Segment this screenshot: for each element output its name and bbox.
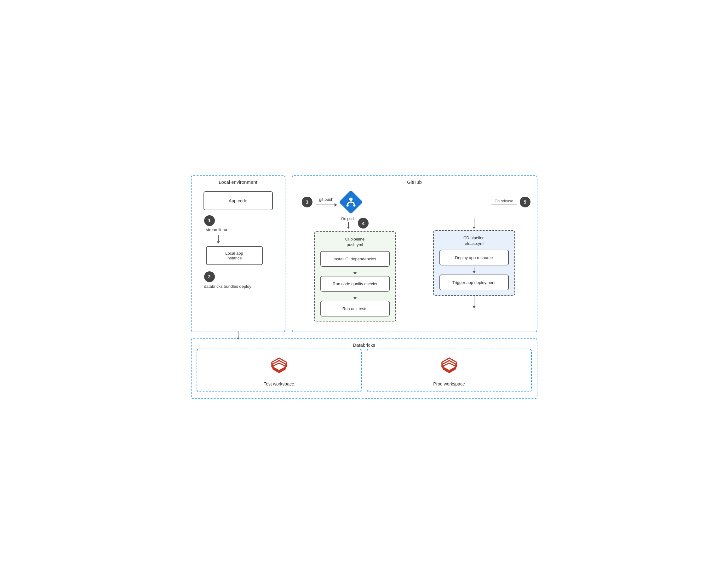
git-push-label: git push: [319, 197, 333, 202]
diagram-container: Local environment App code 1 streamlit r…: [191, 175, 537, 399]
bundles-deploy-label: databricks bundles deploy: [204, 284, 252, 289]
prod-workspace-section: Prod workspace: [367, 348, 532, 392]
databricks-label: Databricks: [353, 342, 375, 348]
badge-5: 5: [520, 197, 531, 207]
prod-workspace-label: Prod workspace: [433, 381, 465, 386]
local-env-section: Local environment App code 1 streamlit r…: [191, 175, 285, 332]
badge-4: 4: [358, 218, 369, 229]
trigger-app-deployment-box: Trigger app deployment: [440, 275, 509, 290]
run-code-quality-box: Run code quality checks: [320, 276, 390, 292]
test-workspace-label: Test workspace: [264, 381, 294, 386]
app-code-box: App code: [203, 191, 273, 210]
github-section: GitHub 3 git push: [292, 175, 537, 332]
run-unit-tests-box: Run unit tests: [320, 301, 390, 317]
deploy-app-resource-box: Deploy app resource: [440, 250, 509, 265]
svg-point-2: [346, 204, 349, 206]
cd-pipeline-box: CD pipeline release.yml Deploy app resou…: [433, 230, 515, 296]
local-app-box: Local appinstance: [206, 246, 263, 265]
svg-point-3: [353, 204, 355, 206]
badge-3: 3: [302, 197, 313, 207]
badge-2: 2: [204, 272, 215, 282]
install-ci-deps-box: Install CI dependencies: [320, 251, 390, 267]
badge-1: 1: [204, 215, 215, 226]
test-workspace-section: Test workspace: [196, 348, 362, 392]
github-label: GitHub: [407, 179, 422, 185]
test-db-icon: [268, 356, 290, 378]
on-release-label: On release: [495, 199, 513, 203]
cd-pipeline-title: CD pipeline release.yml: [463, 235, 485, 246]
streamlit-run-label: streamlit run: [206, 227, 229, 232]
svg-point-1: [349, 197, 353, 201]
prod-db-icon: [438, 356, 460, 378]
ci-pipeline-col: On push 4 CI pipeline: [299, 216, 411, 322]
local-env-label: Local environment: [219, 179, 257, 185]
cd-pipeline-col: CD pipeline release.yml Deploy app resou…: [418, 216, 531, 310]
ci-pipeline-title: CI pipeline push.yml: [345, 236, 364, 248]
ci-pipeline-box: CI pipeline push.yml Install CI dependen…: [314, 231, 396, 322]
databricks-section: Databricks Test workspace: [191, 338, 537, 399]
github-icon: [339, 191, 362, 213]
on-push-label: On push: [341, 216, 355, 221]
